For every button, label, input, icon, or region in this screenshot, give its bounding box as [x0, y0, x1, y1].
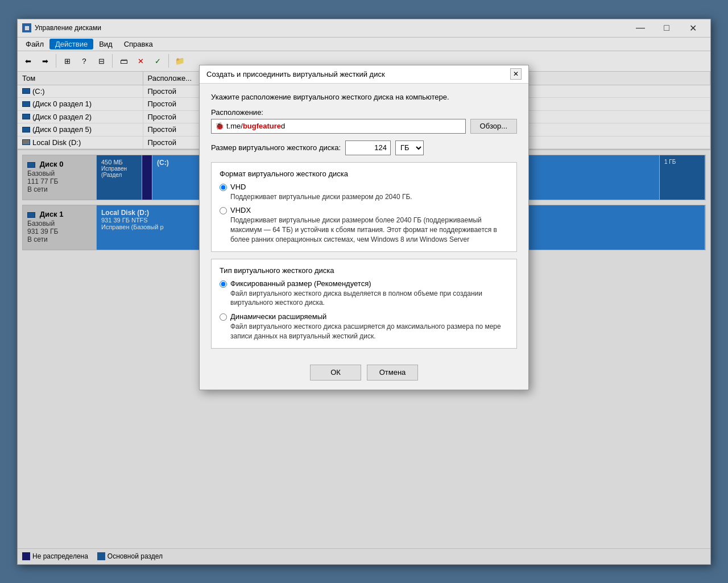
dynamic-label[interactable]: Динамически расширяемый	[230, 312, 508, 321]
fixed-label[interactable]: Фиксированный размер (Рекомендуется)	[230, 279, 508, 288]
type-option-fixed: Фиксированный размер (Рекомендуется) Фай…	[220, 279, 508, 308]
size-unit-select[interactable]: ГБ МБ ТБ	[395, 140, 424, 155]
format-section-title: Формат виртуального жесткого диска	[220, 169, 508, 178]
main-window: ▦ Управление дисками — □ ✕ Файл Действие…	[17, 19, 711, 565]
location-bug-icon: 🐞	[215, 122, 224, 130]
vhdx-label-block: VHDX Поддерживает виртуальные диски разм…	[230, 206, 508, 244]
format-radio-group: VHD Поддерживает виртуальные диски разме…	[220, 183, 508, 245]
format-option-vhd: VHD Поддерживает виртуальные диски разме…	[220, 183, 508, 202]
type-radio-fixed[interactable]	[220, 280, 227, 288]
location-suffix: d	[281, 122, 285, 130]
type-section-title: Тип виртуального жесткого диска	[220, 266, 508, 275]
format-radio-vhdx[interactable]	[220, 207, 227, 214]
location-label: Расположение:	[211, 108, 517, 117]
vhdx-desc: Поддерживает виртуальные диски размером …	[230, 216, 508, 244]
size-label: Размер виртуального жесткого диска:	[211, 143, 341, 152]
type-radio-dynamic[interactable]	[220, 313, 227, 321]
fixed-label-block: Фиксированный размер (Рекомендуется) Фай…	[230, 279, 508, 308]
format-option-vhdx: VHDX Поддерживает виртуальные диски разм…	[220, 206, 508, 244]
dynamic-desc: Файл виртуального жесткого диска расширя…	[230, 322, 508, 341]
format-radio-vhd[interactable]	[220, 184, 227, 191]
browse-button[interactable]: Обзор...	[470, 119, 517, 134]
size-row: Размер виртуального жесткого диска: ГБ М…	[211, 140, 517, 155]
type-option-dynamic: Динамически расширяемый Файл виртуальног…	[220, 312, 508, 341]
fixed-desc: Файл виртуального жесткого диска выделяе…	[230, 289, 508, 308]
dynamic-label-block: Динамически расширяемый Файл виртуальног…	[230, 312, 508, 341]
location-group: Расположение: 🐞 t.me/bugfeature d Обзор.…	[211, 108, 517, 134]
dialog-close-button[interactable]: ✕	[510, 68, 522, 80]
type-radio-group: Фиксированный размер (Рекомендуется) Фай…	[220, 279, 508, 341]
vhdx-label[interactable]: VHDX	[230, 206, 508, 214]
dialog-overlay: Создать и присоединить виртуальный жестк…	[18, 19, 710, 564]
dialog-body: Укажите расположение виртуального жестко…	[200, 84, 528, 358]
type-section: Тип виртуального жесткого диска Фиксиров…	[211, 259, 517, 349]
location-link-text: t.me/bugfeature	[226, 122, 281, 130]
vhd-label-block: VHD Поддерживает виртуальные диски разме…	[230, 183, 412, 202]
vhd-desc: Поддерживает виртуальные диски размером …	[230, 192, 412, 202]
location-field-row: 🐞 t.me/bugfeature d Обзор...	[211, 119, 517, 134]
size-input[interactable]	[345, 140, 391, 155]
dialog-intro: Укажите расположение виртуального жестко…	[211, 93, 517, 101]
create-vhd-dialog: Создать и присоединить виртуальный жестк…	[199, 65, 529, 390]
ok-button[interactable]: ОК	[310, 365, 361, 381]
location-input[interactable]: 🐞 t.me/bugfeature d	[211, 119, 466, 134]
format-section: Формат виртуального жесткого диска VHD П…	[211, 162, 517, 252]
dialog-footer: ОК Отмена	[200, 358, 528, 390]
cancel-button[interactable]: Отмена	[367, 365, 418, 381]
dialog-title-bar: Создать и присоединить виртуальный жестк…	[200, 65, 528, 84]
dialog-title: Создать и присоединить виртуальный жестк…	[206, 70, 510, 78]
vhd-label[interactable]: VHD	[230, 183, 412, 191]
